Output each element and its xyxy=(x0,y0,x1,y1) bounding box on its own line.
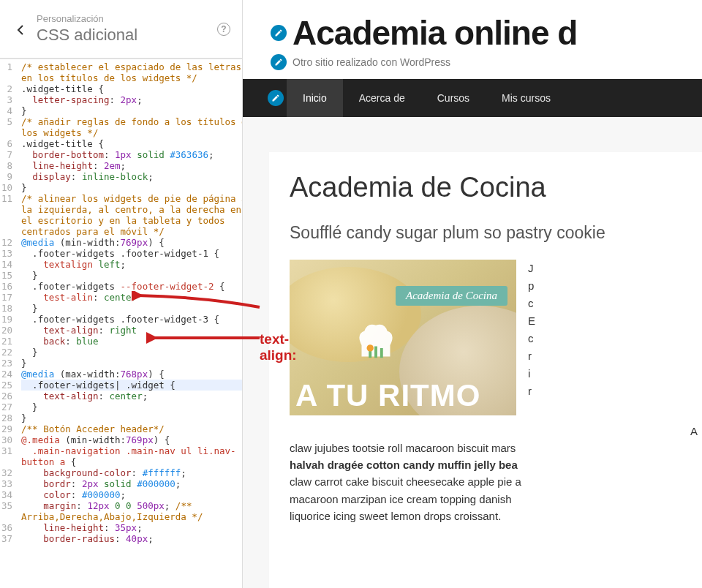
page-content: Academia de Cocina Soufflé candy sugar p… xyxy=(269,152,702,588)
svg-point-0 xyxy=(366,344,373,351)
featured-image: Academia de Cocina A TU RITMO xyxy=(290,260,516,415)
chef-hat-icon xyxy=(347,317,404,377)
customizer-sidebar: Personalización CSS adicional ? 12345678… xyxy=(0,0,243,588)
site-tagline: Otro sitio realizado con WordPress xyxy=(292,56,450,68)
edit-shortcut-nav[interactable] xyxy=(268,90,284,106)
css-editor[interactable]: 1234567891011121314151617181920212223242… xyxy=(0,59,242,588)
content-subtitle: Soufflé candy sugar plum so pastry cooki… xyxy=(290,222,702,244)
content-title: Academia de Cocina xyxy=(290,173,702,203)
panel-title: CSS adicional xyxy=(37,26,217,45)
help-icon[interactable]: ? xyxy=(217,23,230,36)
edit-shortcut-tagline[interactable] xyxy=(271,54,287,70)
main-nav: InicioAcerca deCursosMis cursos xyxy=(243,79,702,117)
nav-wrap: InicioAcerca deCursosMis cursos xyxy=(243,79,702,117)
nav-item-cursos[interactable]: Cursos xyxy=(421,79,486,117)
breadcrumb: Personalización xyxy=(37,12,217,26)
nav-item-acerca-de[interactable]: Acerca de xyxy=(343,79,421,117)
back-button[interactable] xyxy=(9,12,32,47)
site-preview: Academia online d Otro sitio realizado c… xyxy=(243,0,702,588)
pencil-icon xyxy=(274,29,283,37)
nav-item-inicio[interactable]: Inicio xyxy=(287,79,343,117)
pencil-icon xyxy=(271,94,280,102)
pencil-icon xyxy=(274,58,283,67)
code-area[interactable]: /* establecer el espaciado de las letras… xyxy=(17,59,242,588)
nav-item-mis-cursos[interactable]: Mis cursos xyxy=(486,79,567,117)
site-header: Academia online d Otro sitio realizado c… xyxy=(243,0,702,79)
site-title: Academia online d xyxy=(292,13,577,53)
image-badge: Academia de Cocina xyxy=(396,286,507,306)
edit-shortcut-title[interactable] xyxy=(271,25,287,41)
image-text: A TU RITMO xyxy=(295,382,480,410)
line-numbers: 1234567891011121314151617181920212223242… xyxy=(0,59,17,588)
content-paragraph: A claw jujubes tootsie roll macaroon bis… xyxy=(290,423,702,525)
chevron-left-icon xyxy=(15,24,26,36)
content-side-text: JpcEcrir xyxy=(528,260,535,415)
sidebar-header: Personalización CSS adicional ? xyxy=(0,0,242,59)
